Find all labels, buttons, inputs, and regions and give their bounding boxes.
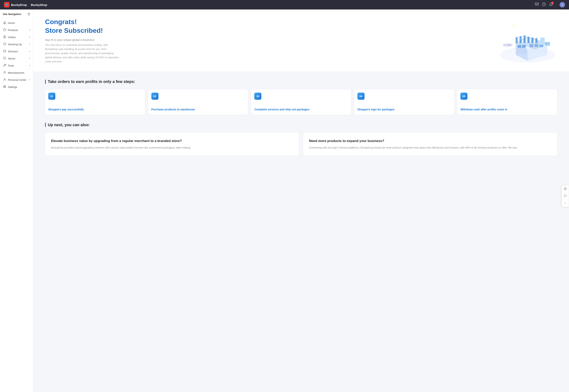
section-bar bbox=[45, 80, 46, 84]
step-num-2: 02 bbox=[151, 93, 158, 100]
float-chat-button[interactable] bbox=[562, 193, 569, 200]
stocking-label: Stocking Up bbox=[8, 43, 22, 46]
logo-buckyshop: BuckyShop bbox=[31, 3, 47, 7]
svg-rect-12 bbox=[3, 57, 6, 59]
sidebar-item-settings[interactable]: Settings bbox=[0, 83, 33, 90]
hero-subtitle: Say Hi to your unique global e-business! bbox=[45, 38, 557, 42]
upsell-card-2: Need more products to expand your busine… bbox=[303, 133, 557, 156]
topbar-right: 1 U bbox=[535, 2, 565, 8]
services-chevron: ▾ bbox=[29, 50, 30, 53]
float-scroll-top-button[interactable] bbox=[562, 200, 569, 207]
products-icon bbox=[3, 28, 6, 32]
settings-icon bbox=[3, 85, 6, 89]
upsell-card-1-desc: BuckyDrop provides brand-upgrading solut… bbox=[51, 146, 293, 150]
upsell-card-1-title: Elevate business value by upgrading from… bbox=[51, 139, 293, 143]
main-content: Congrats! Store Subscribed! Say Hi to yo… bbox=[33, 10, 569, 392]
sidebar-item-orders[interactable]: Orders ▾ bbox=[0, 34, 33, 41]
stocking-icon bbox=[3, 42, 6, 46]
personal-label: Personal Center bbox=[8, 78, 27, 81]
sidebar-item-products[interactable]: Products ▾ bbox=[0, 27, 33, 34]
logo: 🐦 BuckyDrop BuckyShop bbox=[4, 2, 47, 8]
logo-icon: 🐦 bbox=[4, 2, 10, 8]
upsell-bar bbox=[45, 123, 46, 127]
svg-rect-3 bbox=[3, 29, 6, 31]
tools-label: Tools bbox=[8, 64, 14, 67]
orders-icon bbox=[3, 35, 6, 39]
services-icon bbox=[3, 50, 6, 53]
sidebar-nav: Home Products ▾ Orders ▾ Sto bbox=[0, 18, 33, 392]
step-label-2: Purchase products to warehouse bbox=[151, 108, 245, 112]
user-avatar[interactable]: U bbox=[559, 2, 565, 8]
right-float-panel bbox=[561, 185, 569, 207]
orders-chevron: ▾ bbox=[29, 36, 30, 39]
step-label-5: Withdraw cash after profits come in bbox=[460, 108, 554, 112]
sidebar-menu-icon[interactable]: ☰ bbox=[28, 12, 30, 16]
tools-chevron: ▾ bbox=[29, 64, 30, 67]
message-icon[interactable] bbox=[535, 2, 539, 7]
step-card-5: 05 Withdraw cash after profits come in bbox=[457, 89, 557, 115]
float-settings-button[interactable] bbox=[562, 185, 569, 193]
bell-icon[interactable]: 1 bbox=[549, 2, 553, 7]
stores-icon bbox=[3, 57, 6, 60]
upsell-card-2-title: Need more products to expand your busine… bbox=[309, 139, 551, 143]
step-label-1: Shoppers pay successfully bbox=[48, 108, 142, 112]
steps-heading: Take orders to earn profits in only a fe… bbox=[45, 79, 557, 84]
sidebar-item-home[interactable]: Home bbox=[0, 19, 33, 27]
step-label-4: Shoppers sign for packages bbox=[357, 108, 451, 112]
steps-section: Take orders to earn profits in only a fe… bbox=[33, 71, 569, 123]
svg-rect-6 bbox=[3, 43, 6, 45]
svg-point-17 bbox=[4, 86, 5, 87]
help-icon[interactable] bbox=[542, 2, 546, 7]
layout: Site Navigation ☰ Home Products ▾ bbox=[0, 10, 569, 392]
orders-label: Orders bbox=[8, 36, 16, 39]
upsell-heading: Up next, you can also: bbox=[45, 123, 557, 127]
manufacturers-icon bbox=[3, 71, 6, 74]
topbar-divider bbox=[556, 3, 556, 7]
step-num-5: 05 bbox=[460, 93, 468, 100]
notification-badge: 1 bbox=[551, 1, 554, 4]
steps-grid: 01 Shoppers pay successfully 02 Purchase… bbox=[45, 89, 557, 115]
home-icon bbox=[3, 21, 6, 25]
home-label: Home bbox=[8, 22, 15, 25]
services-label: Services bbox=[8, 50, 18, 53]
step-card-2: 02 Purchase products to warehouse bbox=[148, 89, 248, 115]
topbar: 🐦 BuckyDrop BuckyShop 1 U bbox=[0, 0, 569, 10]
stores-chevron: ▾ bbox=[29, 57, 30, 60]
hero-description: You only focus on marketing and business… bbox=[45, 43, 120, 64]
step-num-4: 04 bbox=[357, 93, 365, 100]
steps-title: Take orders to earn profits in only a fe… bbox=[48, 79, 135, 84]
products-label: Products bbox=[8, 29, 18, 32]
products-chevron: ▾ bbox=[29, 29, 30, 31]
sidebar: Site Navigation ☰ Home Products ▾ bbox=[0, 10, 33, 392]
step-card-4: 04 Shoppers sign for packages bbox=[354, 89, 454, 115]
sidebar-item-tools[interactable]: Tools ▾ bbox=[0, 62, 33, 69]
upsell-section: Up next, you can also: Elevate business … bbox=[33, 123, 569, 164]
upsell-title: Up next, you can also: bbox=[48, 123, 90, 127]
hero-section: Congrats! Store Subscribed! Say Hi to yo… bbox=[33, 10, 569, 71]
step-label-3: Complete services and ship out packages bbox=[254, 108, 348, 112]
manufacturers-label: Manufacturers bbox=[8, 71, 24, 74]
sidebar-title: Site Navigation bbox=[3, 13, 21, 16]
svg-point-15 bbox=[4, 71, 5, 72]
sidebar-item-personal-center[interactable]: Personal Center ▾ bbox=[0, 76, 33, 83]
tools-icon bbox=[3, 64, 6, 67]
upsell-grid: Elevate business value by upgrading from… bbox=[45, 133, 557, 156]
hero-title: Congrats! Store Subscribed! bbox=[45, 17, 557, 35]
logo-buckydrop: BuckyDrop bbox=[11, 3, 27, 7]
sidebar-item-manufacturers[interactable]: Manufacturers bbox=[0, 69, 33, 76]
sidebar-header: Site Navigation ☰ bbox=[0, 10, 33, 18]
stocking-chevron: ▾ bbox=[29, 43, 30, 46]
personal-chevron: ▾ bbox=[29, 79, 30, 81]
upsell-card-2-desc: Connecting with all major Chinese platfo… bbox=[309, 146, 551, 150]
step-num-1: 01 bbox=[48, 93, 55, 100]
sidebar-item-services[interactable]: Services ▾ bbox=[0, 48, 33, 55]
step-num-3: 03 bbox=[254, 93, 261, 100]
sidebar-item-stocking-up[interactable]: Stocking Up ▾ bbox=[0, 41, 33, 48]
hero-text: Congrats! Store Subscribed! Say Hi to yo… bbox=[45, 17, 557, 64]
settings-label: Settings bbox=[8, 85, 17, 88]
step-card-3: 03 Complete services and ship out packag… bbox=[251, 89, 351, 115]
sidebar-item-stores[interactable]: Stores ▾ bbox=[0, 55, 33, 62]
personal-icon bbox=[3, 78, 6, 82]
svg-point-16 bbox=[4, 78, 5, 79]
step-card-1: 01 Shoppers pay successfully bbox=[45, 89, 145, 115]
